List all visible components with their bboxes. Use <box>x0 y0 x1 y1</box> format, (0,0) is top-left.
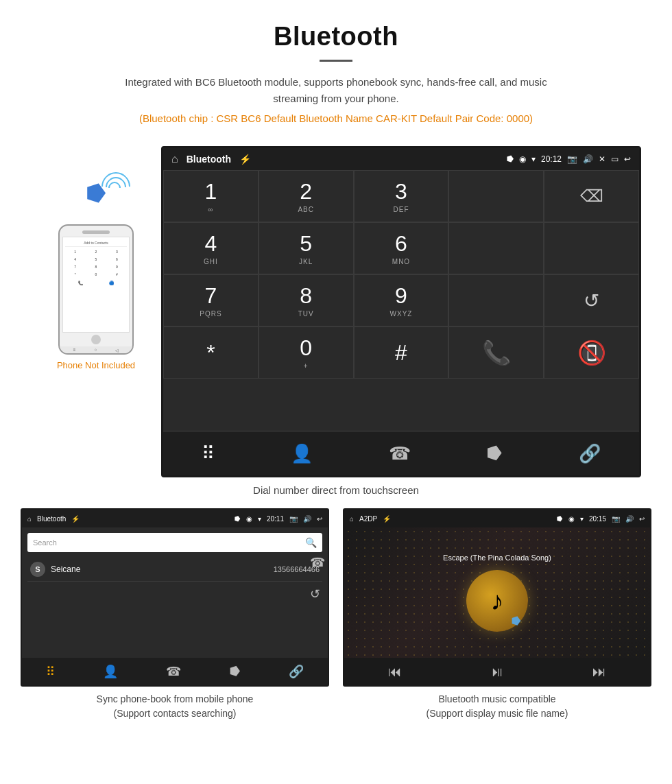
phone-key: 0 <box>86 271 106 278</box>
dial-key-9[interactable]: 9 WXYZ <box>354 274 449 326</box>
dial-call-button[interactable]: 📞 <box>448 326 544 379</box>
dial-grid: 1 ∞ 2 ABC 3 DEF ⌫ 4 GHI 5 JKL <box>163 170 639 431</box>
dial-end-call-button[interactable]: 📵 <box>544 326 639 379</box>
dial-key-6[interactable]: 6 MNO <box>354 222 449 274</box>
pb-contact-row[interactable]: S Seicane 13566664466 <box>27 558 322 582</box>
pb-cam-icon: 📷 <box>289 515 298 523</box>
pb-tab-recents[interactable]: ☎ <box>166 664 181 679</box>
dial-key-4[interactable]: 4 GHI <box>163 222 259 274</box>
tab-dialpad[interactable]: ⠿ <box>191 439 226 468</box>
dial-screen: ⌂ Bluetooth ⚡ ⭓ ◉ ▾ 20:12 📷 🔊 ✕ ▭ ↩ 1 ∞ <box>161 146 641 477</box>
phonebook-screen: ⌂ Bluetooth ⚡ ⭓ ◉ ▾ 20:11 📷 🔊 ↩ Search 🔍 <box>21 508 329 687</box>
key-number: 7 <box>205 283 217 309</box>
pb-vol-icon: 🔊 <box>303 515 311 523</box>
pb-usb-icon: ⚡ <box>71 515 80 523</box>
music-caption: Bluetooth music compatible (Support disp… <box>427 692 568 721</box>
dial-key-0[interactable]: 0 + <box>259 326 354 379</box>
phone-key: 8 <box>86 263 106 270</box>
key-number: 1 <box>205 179 217 204</box>
tab-contacts[interactable]: 👤 <box>280 439 324 468</box>
album-bt-icon: ⭓ <box>512 615 521 628</box>
dial-key-3[interactable]: 3 DEF <box>354 170 449 222</box>
dial-cell-empty-1 <box>448 170 544 222</box>
main-display: ⭓ Add to Contacts 1 2 3 4 5 6 7 8 9 * 0 <box>0 146 672 477</box>
pb-title: Bluetooth <box>37 515 66 523</box>
dial-key-7[interactable]: 7 PQRS <box>163 274 259 326</box>
subtitle-text: Integrated with BC6 Bluetooth module, su… <box>110 74 562 107</box>
pb-tab-contacts[interactable]: 👤 <box>103 664 118 679</box>
music-home-icon[interactable]: ⌂ <box>350 515 354 523</box>
dial-screen-caption: Dial number direct from touchscreen <box>0 484 672 496</box>
key-number: 6 <box>395 231 407 257</box>
dial-refresh[interactable]: ↺ <box>544 274 639 326</box>
dial-key-8[interactable]: 8 TUV <box>259 274 354 326</box>
phone-speaker <box>82 230 110 234</box>
backspace-icon: ⌫ <box>580 187 603 206</box>
home-icon[interactable]: ⌂ <box>171 153 178 165</box>
music-wifi-icon: ▾ <box>580 515 584 523</box>
phone-screen: Add to Contacts 1 2 3 4 5 6 7 8 9 * 0 # … <box>62 237 130 333</box>
phone-key: 3 <box>107 248 127 255</box>
music-back-icon[interactable]: ↩ <box>639 515 645 523</box>
pb-refresh-icon[interactable]: ↺ <box>310 586 325 602</box>
bt-icon: ⭓ <box>507 154 514 164</box>
next-button[interactable]: ⏭ <box>592 664 606 680</box>
bluetooth-signal-icon: ⭓ <box>69 167 123 222</box>
window-icon: ▭ <box>611 154 619 164</box>
dial-status-bar: ⌂ Bluetooth ⚡ ⭓ ◉ ▾ 20:12 📷 🔊 ✕ ▭ ↩ <box>163 148 639 170</box>
time-display: 20:12 <box>541 154 562 164</box>
pb-search-bar[interactable]: Search 🔍 <box>27 533 322 552</box>
pb-call-icon[interactable]: ☎ <box>310 555 325 570</box>
phone-screen-title: Add to Contacts <box>65 239 127 247</box>
pb-tab-dialpad[interactable]: ⠿ <box>46 664 55 679</box>
key-number: 5 <box>300 231 312 257</box>
dial-tab-row: ⠿ 👤 ☎ ⭓ 🔗 <box>163 431 639 475</box>
recents-icon: ☎ <box>389 443 411 464</box>
pb-avatar: S <box>30 562 45 577</box>
bluetooth-info: (Bluetooth chip : CSR BC6 Default Blueto… <box>14 112 658 124</box>
tab-link[interactable]: 🔗 <box>568 439 612 468</box>
usb-icon: ⚡ <box>239 154 251 165</box>
dial-key-5[interactable]: 5 JKL <box>259 222 354 274</box>
dial-key-hash[interactable]: # <box>354 326 449 379</box>
key-number: 3 <box>395 179 407 204</box>
pb-back-icon[interactable]: ↩ <box>317 515 322 523</box>
dialpad-icon: ⠿ <box>202 443 215 464</box>
dial-key-2[interactable]: 2 ABC <box>259 170 354 222</box>
pb-side-icons: ☎ ↺ <box>310 555 325 602</box>
page-title: Bluetooth <box>14 22 658 51</box>
phone-key: 6 <box>107 256 127 263</box>
pb-search-icon: 🔍 <box>305 537 317 548</box>
tab-recents[interactable]: ☎ <box>378 439 422 468</box>
music-loc-icon: ◉ <box>568 515 575 523</box>
dial-key-1[interactable]: 1 ∞ <box>163 170 259 222</box>
phone-key: * <box>65 271 85 278</box>
phonebook-caption: Sync phone-book from mobile phone (Suppo… <box>97 692 254 721</box>
page-header: Bluetooth Integrated with BC6 Bluetooth … <box>0 0 672 146</box>
phone-key: 4 <box>65 256 85 263</box>
phone-bottom-bar: ≡○◁ <box>60 346 132 353</box>
pb-home-icon[interactable]: ⌂ <box>27 515 32 523</box>
x-icon: ✕ <box>599 154 605 164</box>
phone-not-included-label: Phone Not Included <box>57 360 135 370</box>
dial-key-star[interactable]: * <box>163 326 259 379</box>
phone-key: 9 <box>107 263 127 270</box>
tab-bluetooth[interactable]: ⭓ <box>476 439 514 468</box>
back-icon[interactable]: ↩ <box>624 154 631 164</box>
pb-tab-link[interactable]: 🔗 <box>289 664 304 679</box>
key-number: 2 <box>300 179 312 204</box>
end-call-icon: 📵 <box>577 339 606 366</box>
dial-backspace[interactable]: ⌫ <box>544 170 639 222</box>
pb-tab-bt[interactable]: ⭓ <box>230 664 241 679</box>
pb-content: Search 🔍 S Seicane 13566664466 ☎ ↺ <box>22 527 328 658</box>
key-star: * <box>206 340 215 366</box>
phone-section: ⭓ Add to Contacts 1 2 3 4 5 6 7 8 9 * 0 <box>31 146 161 370</box>
link-icon: 🔗 <box>579 443 601 464</box>
dial-cell-empty-4 <box>448 274 544 326</box>
key-hash: # <box>395 340 407 366</box>
play-pause-button[interactable]: ⏯ <box>490 664 504 680</box>
prev-button[interactable]: ⏮ <box>388 664 402 680</box>
call-icon: 📞 <box>482 339 511 366</box>
music-time: 20:15 <box>589 515 606 523</box>
phonebook-item: ⌂ Bluetooth ⚡ ⭓ ◉ ▾ 20:11 📷 🔊 ↩ Search 🔍 <box>21 508 329 721</box>
